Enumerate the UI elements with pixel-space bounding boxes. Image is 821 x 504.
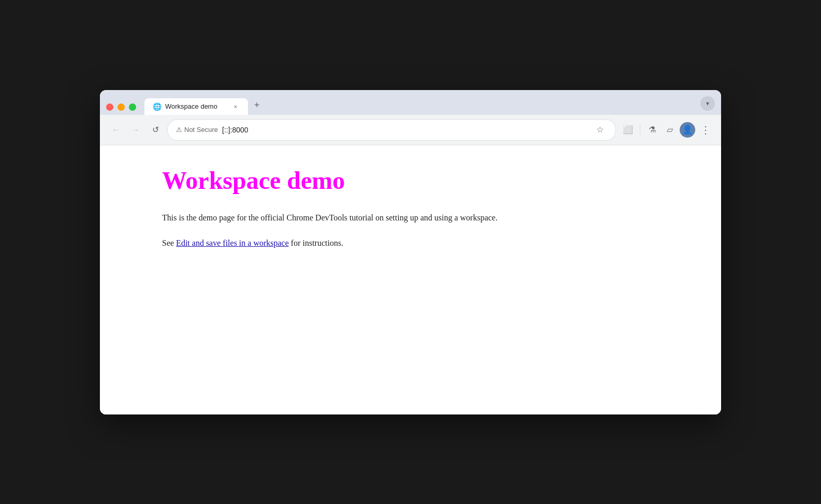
tab-bar: 🌐 Workspace demo × + ▾ bbox=[100, 90, 721, 115]
tab-close-button[interactable]: × bbox=[231, 102, 240, 111]
tab-list-dropdown: ▾ bbox=[700, 96, 715, 115]
labs-button[interactable]: ⚗ bbox=[644, 122, 660, 138]
page-link-line: See Edit and save files in a workspace f… bbox=[162, 236, 680, 250]
security-warning: ⚠ Not Secure bbox=[176, 126, 218, 134]
bookmark-button[interactable]: ☆ bbox=[593, 123, 607, 137]
traffic-lights bbox=[106, 103, 136, 115]
browser-window: 🌐 Workspace demo × + ▾ ← → ↺ ⚠ Not Secur… bbox=[100, 90, 721, 414]
tab-dropdown-button[interactable]: ▾ bbox=[700, 96, 715, 111]
new-tab-button[interactable]: + bbox=[248, 96, 266, 115]
page-content: Workspace demo This is the demo page for… bbox=[100, 145, 721, 414]
forward-button[interactable]: → bbox=[128, 122, 143, 138]
reload-button[interactable]: ↺ bbox=[148, 122, 163, 138]
minimize-button[interactable] bbox=[118, 103, 125, 111]
page-description: This is the demo page for the official C… bbox=[162, 211, 680, 225]
url-display: [::]:8000 bbox=[222, 126, 589, 134]
more-menu-button[interactable]: ⋮ bbox=[697, 122, 713, 138]
warning-icon: ⚠ bbox=[176, 126, 182, 134]
profile-button[interactable]: 👤 bbox=[680, 122, 695, 138]
tab-title: Workspace demo bbox=[165, 102, 227, 110]
link-prefix-text: See bbox=[162, 239, 176, 247]
sidebar-button[interactable]: ▱ bbox=[662, 122, 678, 138]
close-button[interactable] bbox=[106, 103, 113, 111]
back-button[interactable]: ← bbox=[108, 122, 124, 138]
tab-favicon-icon: 🌐 bbox=[153, 102, 161, 111]
link-suffix-text: for instructions. bbox=[289, 239, 343, 247]
navigation-bar: ← → ↺ ⚠ Not Secure [::]:8000 ☆ ⬜ ⚗ ▱ 👤 ⋮ bbox=[100, 115, 721, 145]
page-heading: Workspace demo bbox=[162, 166, 680, 195]
extensions-button[interactable]: ⬜ bbox=[620, 122, 636, 138]
nav-divider bbox=[640, 125, 640, 135]
workspace-link[interactable]: Edit and save files in a workspace bbox=[176, 239, 289, 247]
address-bar[interactable]: ⚠ Not Secure [::]:8000 ☆ bbox=[167, 119, 616, 141]
maximize-button[interactable] bbox=[129, 103, 136, 111]
nav-actions: ⬜ ⚗ ▱ 👤 ⋮ bbox=[620, 122, 713, 138]
active-tab[interactable]: 🌐 Workspace demo × bbox=[144, 98, 248, 115]
security-label: Not Secure bbox=[184, 126, 218, 134]
